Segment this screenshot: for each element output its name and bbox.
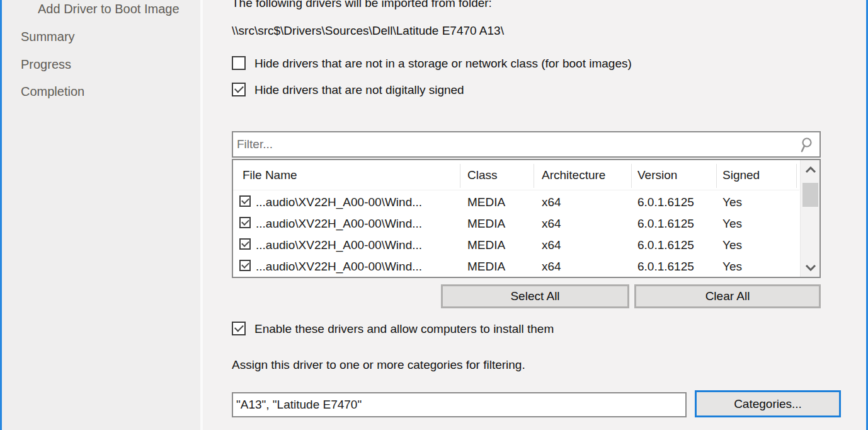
- hide-unsigned-label: Hide drivers that are not digitally sign…: [254, 83, 464, 97]
- column-header-architecture[interactable]: Architecture: [542, 168, 605, 182]
- driver-row[interactable]: ...audio\XV22H_A00-00\Wind... MEDIA x64 …: [233, 235, 799, 256]
- clear-all-button[interactable]: Clear All: [634, 284, 821, 308]
- driver-row-checkbox[interactable]: [239, 217, 251, 228]
- categories-value-box: [232, 392, 687, 417]
- sidebar-step-add-driver-to-boot-image[interactable]: Add Driver to Boot Image: [38, 2, 203, 16]
- wizard-steps-sidebar: Add Driver to Boot Image Summary Progres…: [2, 0, 203, 430]
- driver-row-checkbox[interactable]: [239, 260, 251, 271]
- column-header-file-name[interactable]: File Name: [243, 168, 297, 182]
- driver-row-checkbox[interactable]: [239, 238, 251, 250]
- categories-value-input[interactable]: [236, 395, 682, 414]
- column-header-signed[interactable]: Signed: [722, 168, 760, 182]
- cell-class: MEDIA: [467, 217, 505, 231]
- column-divider[interactable]: [716, 164, 717, 188]
- cell-file-name: ...audio\XV22H_A00-00\Wind...: [256, 217, 422, 231]
- cell-file-name: ...audio\XV22H_A00-00\Wind...: [256, 238, 422, 252]
- cell-architecture: x64: [542, 217, 561, 231]
- cell-version: 6.0.1.6125: [637, 260, 694, 274]
- cell-class: MEDIA: [467, 238, 505, 252]
- cell-architecture: x64: [542, 238, 561, 252]
- table-scrollbar[interactable]: [800, 160, 819, 277]
- enable-drivers-label: Enable these drivers and allow computers…: [254, 322, 554, 336]
- categories-button[interactable]: Categories...: [695, 390, 841, 417]
- scroll-down-icon[interactable]: [801, 258, 820, 277]
- driver-row[interactable]: ...audio\XV22H_A00-00\Wind... MEDIA x64 …: [233, 256, 799, 277]
- sidebar-step-completion[interactable]: Completion: [21, 84, 203, 99]
- driver-table-header: File Name Class Architecture Version Sig…: [233, 160, 799, 190]
- sidebar-step-progress[interactable]: Progress: [21, 57, 203, 72]
- assign-categories-label: Assign this driver to one or more catego…: [232, 358, 525, 372]
- hide-storage-network-row[interactable]: Hide drivers that are not in a storage o…: [232, 56, 685, 71]
- cell-architecture: x64: [542, 260, 561, 274]
- hide-unsigned-row[interactable]: Hide drivers that are not digitally sign…: [232, 83, 685, 98]
- column-divider[interactable]: [631, 164, 632, 188]
- window-left-border: [0, 0, 2, 430]
- hide-storage-network-checkbox[interactable]: [232, 56, 246, 70]
- driver-table: File Name Class Architecture Version Sig…: [232, 159, 821, 278]
- column-divider[interactable]: [460, 164, 460, 188]
- driver-row[interactable]: ...audio\XV22H_A00-00\Wind... MEDIA x64 …: [233, 192, 799, 213]
- column-header-version[interactable]: Version: [637, 168, 677, 182]
- cell-version: 6.0.1.6125: [637, 238, 694, 252]
- column-header-class[interactable]: Class: [467, 168, 498, 182]
- cell-class: MEDIA: [467, 195, 505, 209]
- driver-row-checkbox[interactable]: [239, 195, 251, 207]
- scrollbar-thumb[interactable]: [802, 183, 818, 207]
- filter-box: [232, 131, 821, 158]
- intro-text: The following drivers will be imported f…: [232, 0, 492, 10]
- cell-architecture: x64: [542, 195, 561, 209]
- select-all-button[interactable]: Select All: [441, 284, 629, 308]
- column-divider[interactable]: [796, 164, 797, 188]
- filter-input[interactable]: [237, 134, 791, 155]
- cell-signed: Yes: [722, 238, 742, 252]
- driver-row[interactable]: ...audio\XV22H_A00-00\Wind... MEDIA x64 …: [233, 213, 799, 235]
- wizard-window: Add Driver to Boot Image Summary Progres…: [0, 0, 868, 430]
- cell-file-name: ...audio\XV22H_A00-00\Wind...: [256, 260, 422, 274]
- cell-version: 6.0.1.6125: [637, 195, 694, 209]
- cell-class: MEDIA: [467, 260, 505, 274]
- folder-path-text: \\src\src$\Drivers\Sources\Dell\Latitude…: [232, 24, 504, 38]
- scroll-up-icon[interactable]: [801, 160, 820, 179]
- column-divider[interactable]: [534, 164, 534, 188]
- sidebar-step-summary[interactable]: Summary: [21, 30, 203, 44]
- hide-storage-network-label: Hide drivers that are not in a storage o…: [254, 57, 632, 71]
- cell-signed: Yes: [722, 260, 742, 274]
- enable-drivers-checkbox[interactable]: [232, 322, 246, 335]
- cell-version: 6.0.1.6125: [637, 217, 694, 231]
- search-icon: [798, 137, 814, 157]
- cell-signed: Yes: [722, 195, 742, 209]
- cell-file-name: ...audio\XV22H_A00-00\Wind...: [256, 195, 422, 209]
- hide-unsigned-checkbox[interactable]: [232, 83, 246, 96]
- cell-signed: Yes: [722, 217, 742, 231]
- enable-drivers-row[interactable]: Enable these drivers and allow computers…: [232, 322, 685, 337]
